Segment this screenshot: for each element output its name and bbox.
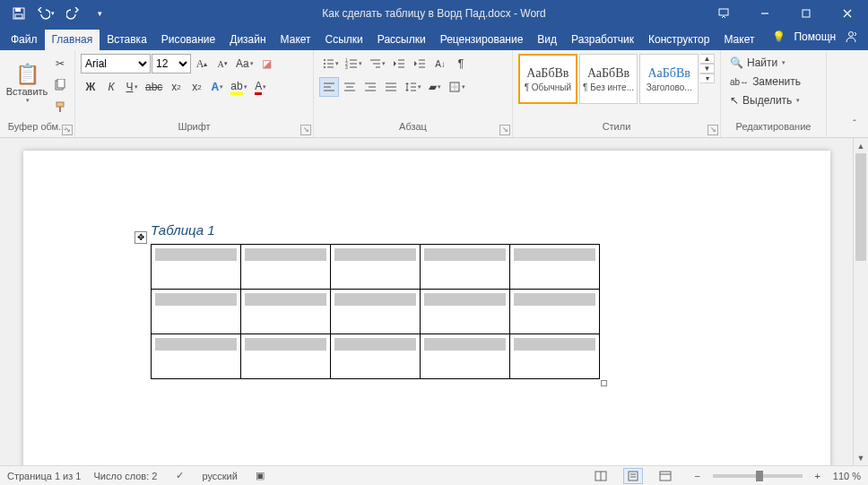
style-no-spacing[interactable]: АаБбВв ¶ Без инте...	[579, 54, 638, 104]
zoom-slider[interactable]	[713, 474, 803, 478]
decrease-indent-button[interactable]	[389, 54, 409, 74]
tab-file[interactable]: Файл	[4, 30, 45, 50]
table-cell[interactable]	[510, 290, 600, 334]
style-heading1[interactable]: АаБбВв Заголово...	[639, 54, 699, 104]
read-mode-button[interactable]	[591, 468, 611, 484]
style-normal[interactable]: АаБбВв ¶ Обычный	[518, 54, 577, 104]
font-size-select[interactable]: 12	[152, 54, 191, 74]
ribbon-options-button[interactable]	[703, 0, 744, 27]
table-move-handle[interactable]: ✥	[135, 231, 147, 244]
increase-indent-button[interactable]	[410, 54, 430, 74]
minimize-button[interactable]	[744, 0, 786, 27]
styles-more-button[interactable]: ▾	[700, 74, 715, 83]
tab-draw[interactable]: Рисование	[154, 30, 222, 50]
change-case-button[interactable]: Aa▾	[233, 54, 256, 74]
zoom-out-button[interactable]: −	[688, 468, 707, 484]
superscript-button[interactable]: x2	[187, 77, 206, 97]
tab-layout[interactable]: Макет	[273, 30, 318, 50]
print-layout-button[interactable]	[623, 468, 643, 484]
page[interactable]: Таблица 1 ✥	[23, 151, 830, 465]
tab-developer[interactable]: Разработчик	[564, 30, 641, 50]
numbering-button[interactable]: 123▾	[343, 54, 365, 74]
table-resize-handle[interactable]	[601, 380, 607, 386]
table-cell[interactable]	[241, 290, 331, 334]
tab-review[interactable]: Рецензирование	[433, 30, 531, 50]
table-caption[interactable]: Таблица 1	[151, 222, 215, 238]
cut-button[interactable]: ✂	[50, 54, 70, 74]
tab-view[interactable]: Вид	[530, 30, 564, 50]
table-cell[interactable]	[510, 334, 600, 379]
italic-button[interactable]: К	[101, 77, 121, 97]
styles-down-button[interactable]: ▼	[700, 64, 715, 74]
table-cell[interactable]	[421, 334, 510, 379]
dialog-launcher-icon[interactable]: ↘	[499, 125, 510, 135]
zoom-in-button[interactable]: +	[808, 468, 828, 484]
bold-button[interactable]: Ж	[81, 77, 100, 97]
borders-button[interactable]: ▾	[446, 77, 468, 97]
scroll-track[interactable]	[854, 153, 868, 450]
table-cell[interactable]	[331, 245, 421, 290]
find-button[interactable]: 🔍Найти▾	[726, 54, 804, 72]
undo-button[interactable]: ▾	[34, 3, 57, 24]
document-area[interactable]: Таблица 1 ✥	[0, 138, 853, 465]
align-left-button[interactable]	[319, 77, 339, 97]
collapse-ribbon-button[interactable]: ˆ	[845, 114, 864, 134]
tell-me-label[interactable]: Помощн	[794, 30, 836, 43]
qat-customize-button[interactable]: ▾	[88, 3, 111, 24]
tab-table-layout[interactable]: Макет	[716, 30, 761, 50]
table-cell[interactable]	[152, 290, 241, 334]
vertical-scrollbar[interactable]: ▲ ▼	[853, 138, 868, 465]
multilevel-list-button[interactable]: ▾	[366, 54, 388, 74]
table-cell[interactable]	[152, 245, 241, 290]
show-marks-button[interactable]: ¶	[451, 54, 471, 74]
paste-button[interactable]: 📋 Вставить ▾	[5, 54, 48, 113]
replace-button[interactable]: ab↔Заменить	[726, 73, 804, 91]
web-layout-button[interactable]	[655, 468, 675, 484]
spellcheck-icon[interactable]: ✓	[169, 468, 189, 484]
font-name-select[interactable]: Arial	[81, 54, 151, 74]
table-cell[interactable]	[331, 290, 421, 334]
subscript-button[interactable]: x2	[166, 77, 186, 97]
tab-insert[interactable]: Вставка	[100, 30, 154, 50]
close-button[interactable]	[827, 0, 868, 27]
highlight-button[interactable]: ab▾	[228, 77, 249, 97]
status-language[interactable]: русский	[202, 471, 237, 481]
table-cell[interactable]	[241, 334, 331, 379]
clear-formatting-button[interactable]: ◪	[257, 54, 277, 74]
tab-home[interactable]: Главная	[45, 30, 100, 50]
align-right-button[interactable]	[360, 77, 380, 97]
scroll-down-button[interactable]: ▼	[854, 450, 868, 465]
macro-record-icon[interactable]: ▣	[250, 468, 270, 484]
table-cell[interactable]	[331, 334, 421, 379]
maximize-button[interactable]	[786, 0, 827, 27]
copy-button[interactable]	[50, 75, 70, 95]
align-center-button[interactable]	[340, 77, 360, 97]
tab-mailings[interactable]: Рассылки	[370, 30, 433, 50]
status-words[interactable]: Число слов: 2	[93, 471, 157, 481]
dialog-launcher-icon[interactable]: ↘	[707, 125, 718, 135]
share-button[interactable]	[839, 27, 863, 47]
zoom-slider-thumb[interactable]	[756, 471, 763, 481]
shrink-font-button[interactable]: A▾	[213, 54, 232, 74]
bullets-button[interactable]: ▾	[319, 54, 342, 74]
format-painter-button[interactable]	[50, 97, 70, 117]
document-table[interactable]	[151, 244, 600, 379]
table-cell[interactable]	[152, 334, 241, 379]
table-cell[interactable]	[421, 245, 510, 290]
save-button[interactable]	[7, 3, 30, 24]
grow-font-button[interactable]: A▴	[192, 54, 212, 74]
tab-references[interactable]: Ссылки	[318, 30, 370, 50]
redo-button[interactable]	[61, 3, 84, 24]
table-cell[interactable]	[241, 245, 331, 290]
sort-button[interactable]: A↓	[430, 54, 450, 74]
scroll-thumb[interactable]	[855, 153, 866, 261]
table-cell[interactable]	[510, 245, 600, 290]
font-color-button[interactable]: A▾	[251, 77, 271, 97]
tab-table-design[interactable]: Конструктор	[641, 30, 716, 50]
underline-button[interactable]: Ч▾	[122, 77, 142, 97]
text-effects-button[interactable]: A▾	[207, 77, 227, 97]
zoom-level[interactable]: 110 %	[833, 471, 861, 481]
tell-me-icon[interactable]: 💡	[767, 27, 790, 47]
styles-up-button[interactable]: ▲	[700, 54, 715, 64]
line-spacing-button[interactable]: ▾	[402, 77, 424, 97]
